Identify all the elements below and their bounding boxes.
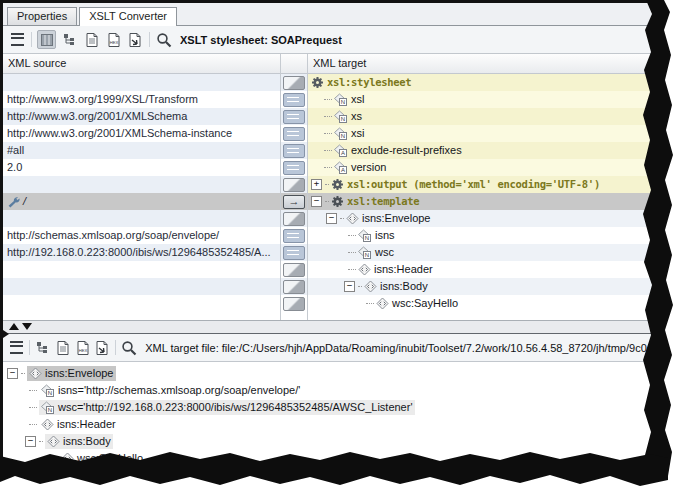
- tree-node-namespace[interactable]: N isns: [308, 227, 653, 244]
- mapping-button-equals[interactable]: [283, 144, 305, 158]
- export-document-icon[interactable]: [95, 339, 110, 356]
- document-icon[interactable]: [55, 339, 70, 356]
- mapping-button-equals[interactable]: [283, 161, 305, 175]
- export-document-icon[interactable]: [127, 31, 144, 48]
- mapping-button-unmapped[interactable]: [283, 297, 305, 311]
- tree-node-namespace[interactable]: N wsc: [308, 244, 653, 261]
- mapping-button-equals[interactable]: [283, 110, 305, 124]
- mapping-button-column: [281, 54, 308, 320]
- collapse-toggle[interactable]: [7, 368, 18, 379]
- mapping-button-equals[interactable]: [283, 127, 305, 141]
- search-icon[interactable]: [121, 339, 137, 356]
- namespace-icon: N: [334, 93, 348, 106]
- tree-node-namespace[interactable]: N xsi: [308, 125, 653, 142]
- tab-xslt-converter[interactable]: XSLT Converter: [79, 7, 177, 26]
- collapse-toggle[interactable]: [344, 281, 355, 292]
- source-row[interactable]: http://192.168.0.223:8000/ibis/ws/129648…: [3, 244, 280, 261]
- tree-view-icon[interactable]: [61, 31, 78, 48]
- source-row[interactable]: [3, 176, 280, 193]
- svg-text:N: N: [341, 116, 345, 122]
- tree-node-namespace[interactable]: N isns='http://schemas.xmlsoap.org/soap/…: [7, 382, 653, 399]
- svg-text:A: A: [341, 150, 345, 156]
- torn-edge-left: [0, 0, 3, 470]
- tree-node-label: wsc: [375, 244, 394, 261]
- mapping-button-unmapped[interactable]: [283, 212, 305, 226]
- collapse-toggle[interactable]: [326, 213, 337, 224]
- namespace-icon: N: [358, 229, 372, 242]
- search-icon[interactable]: [155, 31, 172, 48]
- source-row[interactable]: #all: [3, 142, 280, 159]
- menu-icon[interactable]: [9, 339, 24, 356]
- tab-properties[interactable]: Properties: [7, 7, 77, 25]
- svg-text:N: N: [365, 235, 369, 241]
- split-divider[interactable]: [3, 320, 653, 333]
- tree-view-icon[interactable]: [35, 339, 50, 356]
- collapse-toggle[interactable]: [25, 436, 36, 447]
- source-row[interactable]: http://schemas.xmlsoap.org/soap/envelope…: [3, 227, 280, 244]
- torn-edge-top: [0, 0, 660, 3]
- tree-node-output[interactable]: xsl:output (method='xml' encoding='UTF-8…: [308, 176, 653, 193]
- tree-node-element[interactable]: wsc:SayHello: [308, 295, 653, 312]
- tree-node-element[interactable]: isns:Body: [308, 278, 653, 295]
- tree-node-element[interactable]: isns:Envelope: [7, 365, 653, 382]
- mapping-button-equals[interactable]: [283, 229, 305, 243]
- collapse-toggle[interactable]: [311, 196, 322, 207]
- tree-node-label: isns:Header: [374, 261, 433, 278]
- tree-node-attribute[interactable]: A exclude-result-prefixes: [308, 142, 653, 159]
- svg-text:N: N: [48, 407, 52, 413]
- toolbar-separator: [115, 340, 116, 355]
- toolbar-separator: [31, 32, 32, 47]
- document-icon[interactable]: [83, 31, 100, 48]
- source-row[interactable]: [3, 278, 280, 295]
- tree-node-attribute[interactable]: A version: [308, 159, 653, 176]
- tree-node-namespace[interactable]: N xsl: [308, 91, 653, 108]
- tree-node-element[interactable]: isns:Header: [308, 261, 653, 278]
- svg-text:N: N: [48, 390, 52, 396]
- source-row-label: /: [23, 193, 26, 210]
- tree-node-label: isns='http://schemas.xmlsoap.org/soap/en…: [58, 382, 300, 399]
- tree-node-label: wsc='http://192.168.0.223:8000/ibis/ws/1…: [58, 399, 413, 416]
- tree-node-label: xsl: [351, 91, 364, 108]
- source-row[interactable]: [3, 74, 280, 91]
- stylesheet-toolbar: HEX XSLT stylesheet: SOAPrequest: [3, 26, 653, 54]
- source-row-selected[interactable]: /: [3, 193, 280, 210]
- table-view-icon[interactable]: [37, 30, 56, 49]
- gear-icon: [331, 195, 344, 208]
- source-row[interactable]: http://www.w3.org/2001/XMLSchema: [3, 108, 280, 125]
- expand-toggle[interactable]: [311, 179, 322, 190]
- tree-node-label: isns: [375, 227, 395, 244]
- expand-down-icon[interactable]: [22, 323, 32, 330]
- tree-node-element[interactable]: isns:Envelope: [308, 210, 653, 227]
- tree-node-element[interactable]: isns:Body: [7, 433, 653, 450]
- source-row[interactable]: [3, 261, 280, 278]
- tree-node-stylesheet[interactable]: xsl:stylesheet: [308, 74, 653, 91]
- element-icon: [346, 212, 359, 225]
- tree-node-element[interactable]: isns:Header: [7, 416, 653, 433]
- mapping-button-unmapped[interactable]: [283, 263, 305, 277]
- mapping-button-arrow[interactable]: [283, 195, 305, 209]
- source-row[interactable]: [3, 210, 280, 227]
- mapping-button-unmapped[interactable]: [283, 178, 305, 192]
- expand-up-icon[interactable]: [9, 323, 19, 330]
- namespace-icon: N: [41, 401, 55, 414]
- tree-node-template-selected[interactable]: xsl:template: [308, 193, 653, 210]
- source-row[interactable]: http://www.w3.org/1999/XSL/Transform: [3, 91, 280, 108]
- wrench-icon: [7, 196, 20, 208]
- mapping-button-unmapped[interactable]: [283, 76, 305, 90]
- hex-document-icon[interactable]: HEX: [75, 339, 90, 356]
- stylesheet-title: XSLT stylesheet: SOAPrequest: [180, 34, 342, 46]
- tree-node-label: isns:Header: [57, 416, 116, 433]
- mapping-button-equals[interactable]: [283, 246, 305, 260]
- menu-icon[interactable]: [9, 31, 26, 48]
- tree-node-label: xsi: [351, 125, 364, 142]
- source-row[interactable]: http://www.w3.org/2001/XMLSchema-instanc…: [3, 125, 280, 142]
- source-row[interactable]: 2.0: [3, 159, 280, 176]
- mapping-button-equals[interactable]: [283, 93, 305, 107]
- xml-source-header: XML source: [3, 54, 280, 74]
- hex-document-icon[interactable]: HEX: [105, 31, 122, 48]
- source-row[interactable]: [3, 295, 280, 312]
- tree-node-namespace[interactable]: N xs: [308, 108, 653, 125]
- mapping-button-unmapped[interactable]: [283, 280, 305, 294]
- selected-node[interactable]: isns:Envelope: [27, 366, 116, 381]
- tree-node-namespace[interactable]: N wsc='http://192.168.0.223:8000/ibis/ws…: [7, 399, 653, 416]
